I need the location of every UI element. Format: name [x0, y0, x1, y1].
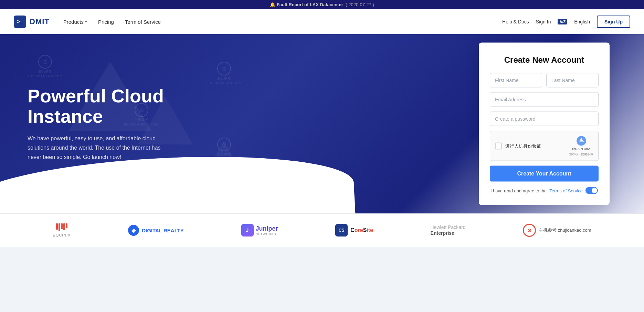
digital-realty-text: DIGITAL REALTY: [142, 228, 184, 233]
watermark-1: ⊙ 主机参考 ZHUJICANKAO.COM: [28, 55, 63, 78]
name-row: [490, 73, 599, 88]
watermark-4: ⊙ 主机参考 ZHUJICANKAO.COM: [207, 62, 242, 85]
tos-row: I have read and agree to the Terms of Se…: [490, 187, 599, 194]
equinix-bars: [56, 223, 67, 231]
form-title: Create New Account: [490, 55, 599, 65]
equinix-logo: [56, 223, 67, 231]
digital-realty-logo: ◈ DIGITAL REALTY: [128, 225, 184, 236]
coresite-icon: CS: [335, 224, 348, 236]
create-account-button[interactable]: Create Your Account: [490, 166, 599, 182]
lang-badge: A/Z: [558, 19, 567, 24]
nav-right: Help & Docs Sign In A/Z English Sign Up: [502, 16, 630, 28]
hp-text1: Hewlett Packard: [431, 224, 466, 230]
recaptcha-icon: [576, 135, 587, 147]
digital-realty-icon: ◈: [128, 225, 139, 236]
alert-text: Fault Report of LAX Datacenter: [277, 2, 343, 7]
zhujicankao-icon: ⊙: [523, 224, 536, 237]
tos-toggle[interactable]: [585, 187, 598, 194]
juniper-icon: J: [241, 224, 254, 236]
alert-date: ( 2020-07-27 ): [346, 2, 374, 7]
recaptcha-logo: reCAPTCHA 隐私权 · 使用条款: [569, 135, 593, 157]
hero-content: Powerful Cloud Instance We have powerful…: [28, 86, 227, 162]
juniper-text-block: Juniper NETWORKS: [256, 225, 278, 236]
password-row: [490, 112, 599, 126]
partner-equinix: EQUINIX: [53, 223, 71, 237]
captcha-label: 进行人机身份验证: [505, 143, 566, 149]
nav-links: Products ▾ Pricing Term of Service: [63, 19, 502, 25]
password-input[interactable]: [490, 112, 599, 126]
juniper-sub: NETWORKS: [256, 232, 278, 236]
email-row: [490, 92, 599, 107]
email-input[interactable]: [490, 92, 599, 107]
zhujicankao-logo: ⊙ 主机参考 zhujicankao.com: [523, 224, 591, 237]
recaptcha-brand-text: reCAPTCHA: [572, 147, 590, 151]
hp-logo: Hewlett Packard Enterprise: [431, 224, 466, 236]
toggle-knob: [592, 188, 597, 193]
nav-pricing[interactable]: Pricing: [98, 19, 114, 25]
nav-help[interactable]: Help & Docs: [502, 19, 529, 24]
partner-coresite: CS CoreSite: [335, 224, 373, 236]
juniper-name: Juniper: [256, 225, 278, 232]
captcha-box[interactable]: 进行人机身份验证 reCAPTCHA 隐私权 · 使用条款: [490, 131, 599, 161]
partner-zhujicankao: ⊙ 主机参考 zhujicankao.com: [523, 224, 591, 237]
bell-icon: 🔔: [270, 2, 275, 7]
partner-digital-realty: ◈ DIGITAL REALTY: [128, 225, 184, 236]
logo-text: DMIT: [30, 17, 50, 26]
coresite-text: CoreSite: [350, 227, 373, 233]
captcha-privacy-text: 隐私权 · 使用条款: [569, 152, 593, 157]
nav-signin[interactable]: Sign In: [536, 19, 551, 24]
chevron-down-icon: ▾: [85, 20, 87, 24]
logo-area[interactable]: >_ DMIT: [14, 16, 50, 28]
alert-bar: 🔔 Fault Report of LAX Datacenter ( 2020-…: [0, 0, 644, 9]
navbar: >_ DMIT Products ▾ Pricing Term of Servi…: [0, 9, 644, 34]
nav-products[interactable]: Products ▾: [63, 19, 87, 25]
zhujicankao-text: 主机参考 zhujicankao.com: [539, 227, 591, 233]
registration-card: Create New Account 进行人机身份验证 reCAPTCHA: [479, 43, 610, 205]
last-name-input[interactable]: [546, 73, 599, 88]
nav-signup-button[interactable]: Sign Up: [597, 16, 630, 28]
logo-icon: >_: [14, 16, 26, 28]
partners-bar: EQUINIX ◈ DIGITAL REALTY J Juniper NETWO…: [0, 213, 644, 247]
partner-juniper: J Juniper NETWORKS: [241, 224, 278, 236]
partner-hewlett-packard: Hewlett Packard Enterprise: [431, 224, 466, 236]
hero-description: We have powerful, easy to use, and affor…: [28, 134, 172, 162]
nav-language[interactable]: English: [574, 19, 590, 24]
hero-section: ⊙ 主机参考 ZHUJICANKAO.COM ⊙ 主机参考 ZHUJICANKA…: [0, 34, 644, 213]
hero-title: Powerful Cloud Instance: [28, 86, 227, 127]
captcha-checkbox[interactable]: [495, 142, 502, 149]
watermark-3: ⊙ 主机参考 ZHUJICANKAO.COM: [83, 163, 118, 186]
juniper-logo: J Juniper NETWORKS: [241, 224, 278, 236]
coresite-logo: CS CoreSite: [335, 224, 373, 236]
tos-link[interactable]: Terms of Service: [549, 188, 583, 193]
hp-text2: Enterprise: [431, 230, 466, 236]
first-name-input[interactable]: [490, 73, 542, 88]
tos-text: I have read and agree to the: [490, 188, 547, 193]
equinix-name: EQUINIX: [53, 233, 71, 237]
nav-terms[interactable]: Term of Service: [125, 19, 161, 25]
